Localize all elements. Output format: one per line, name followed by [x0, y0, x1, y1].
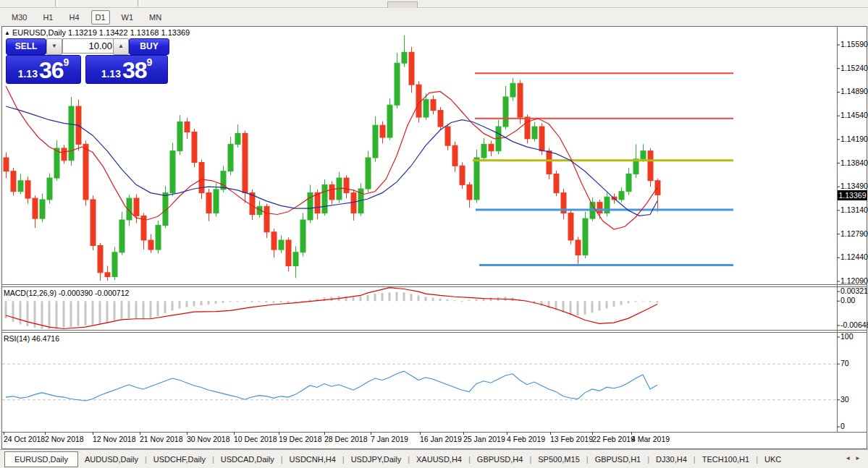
macd-histogram-bar [620, 301, 623, 305]
collapse-arrow-icon[interactable]: ▲ [4, 30, 10, 36]
macd-histogram-bar [287, 301, 290, 302]
chart-tab-eurusd[interactable]: EURUSD,Daily [4, 451, 78, 467]
date-axis-label: 21 Nov 2018 [140, 435, 183, 443]
candle-body [351, 193, 356, 213]
macd-histogram-bar [562, 301, 565, 312]
candle-body [395, 63, 400, 105]
macd-histogram-bar [454, 300, 456, 301]
sell-price-quote[interactable]: 1.13 36 9 [6, 55, 81, 84]
price-axis-label: 1.14190 [840, 135, 868, 143]
chart-tab-xauusd[interactable]: XAUUSD,H4 [410, 452, 468, 467]
candle-body [503, 97, 508, 127]
tab-scroll-right-icon[interactable]: ► [855, 455, 865, 461]
macd-histogram-bar [128, 301, 130, 318]
price-axis-label: 1.12090 [840, 276, 868, 285]
candle-body [264, 206, 269, 232]
price-axis-label: 1.13840 [840, 158, 868, 167]
macd-histogram-bar [258, 301, 261, 302]
macd-histogram-bar [657, 301, 659, 302]
date-axis-label: 19 Dec 2018 [279, 435, 322, 443]
candle-body [156, 225, 161, 250]
chart-tab-dj30[interactable]: DJ30,H4 [649, 452, 694, 467]
chart-tab-gbpusd[interactable]: GBPUSD,H1 [589, 452, 648, 467]
candle-body [25, 181, 30, 198]
candle-body [626, 174, 631, 191]
chart-tab-ukc[interactable]: UKC [758, 452, 788, 467]
buy-price-big: 38 [122, 59, 147, 81]
volume-decrease-button[interactable]: ▼ [46, 38, 62, 55]
macd-histogram-bar [468, 300, 471, 301]
candle-body [54, 148, 59, 178]
macd-histogram-bar [613, 301, 615, 307]
macd-histogram-bar [143, 301, 145, 319]
candle-body [366, 158, 371, 189]
chart-tab-bar: EURUSD,DailyAUDUSD,Daily|USDCHF,Daily|US… [0, 449, 868, 468]
sell-price-small: 1.13 [18, 67, 38, 81]
candle-body [424, 100, 429, 117]
candle-body [576, 240, 581, 255]
chart-tab-gbpusd[interactable]: GBPUSD,H4 [471, 452, 530, 467]
chart-tab-usdcnh[interactable]: USDCNH,H4 [283, 452, 342, 467]
sell-button[interactable]: SELL [6, 38, 46, 55]
candle-body [445, 127, 450, 145]
candle-body [380, 125, 385, 137]
macd-histogram-bar [56, 301, 58, 328]
date-axis-label: 13 Feb 2019 [550, 435, 593, 443]
chart-tab-usdcad[interactable]: USDCAD,Daily [214, 452, 281, 467]
chart-tab-sp500[interactable]: SP500,M15 [531, 452, 586, 467]
candle-body [170, 151, 175, 193]
candle-body [228, 144, 233, 171]
candle-body [329, 184, 334, 200]
macd-histogram-bar [577, 301, 579, 315]
date-axis-label: 10 Dec 2018 [234, 435, 277, 443]
chart-tab-tech100[interactable]: TECH100,H1 [696, 452, 756, 467]
candle-body [4, 158, 9, 171]
candle-body [105, 273, 110, 277]
buy-button[interactable]: BUY [129, 38, 169, 55]
macd-histogram-bar [135, 301, 138, 319]
candle-body [112, 252, 117, 277]
date-axis-label: 28 Dec 2018 [324, 435, 368, 443]
current-price-tag: 1.13369 [838, 190, 867, 200]
tab-scroll-arrows[interactable]: ◄► [845, 455, 865, 461]
date-axis-label: 4 Feb 2019 [507, 435, 545, 443]
tab-scroll-left-icon[interactable]: ◄ [845, 455, 855, 461]
volume-increase-button[interactable]: ▲ [113, 38, 129, 55]
candle-body [583, 218, 588, 255]
date-axis-label: 4 Mar 2019 [631, 435, 670, 443]
buy-price-quote[interactable]: 1.13 38 9 [85, 55, 168, 84]
candle-body [648, 151, 653, 181]
macd-histogram-bar [215, 301, 217, 304]
candle-body [90, 200, 96, 246]
candle-body [33, 198, 38, 218]
date-axis-label: 16 Jan 2019 [420, 435, 462, 443]
candle-body [619, 192, 624, 200]
macd-histogram-bar [251, 301, 253, 302]
macd-histogram-bar [70, 301, 72, 327]
macd-histogram-bar [403, 292, 405, 301]
candle-body [568, 213, 573, 240]
candle-body [47, 178, 52, 200]
chart-tab-audusd[interactable]: AUDUSD,Daily [78, 452, 145, 467]
volume-input[interactable] [62, 38, 117, 54]
macd-histogram-bar [570, 301, 572, 314]
candle-body [98, 245, 103, 272]
candle-body [481, 144, 486, 158]
candle-body [148, 240, 153, 250]
macd-histogram-bar [360, 297, 362, 302]
candle-body [279, 240, 284, 250]
macd-histogram-bar [273, 301, 275, 302]
macd-axis-label: 0.00 [840, 296, 855, 305]
candle-body [11, 171, 16, 192]
candle-body [18, 181, 23, 192]
candle-body [474, 158, 479, 200]
macd-indicator-label: MACD(12,26,9) -0.000390 -0.000712 [4, 289, 129, 297]
macd-axis-label: -0.006485 [840, 320, 868, 329]
macd-axis-label: 0.003216 [840, 286, 868, 295]
candle-body [235, 133, 240, 144]
chart-tab-usdjpy[interactable]: USDJPY,Daily [345, 452, 408, 467]
candle-body [134, 198, 139, 216]
price-axis-label: 1.13140 [840, 205, 868, 214]
chart-tab-usdchf[interactable]: USDCHF,Daily [147, 452, 212, 467]
candle-body [554, 174, 559, 192]
